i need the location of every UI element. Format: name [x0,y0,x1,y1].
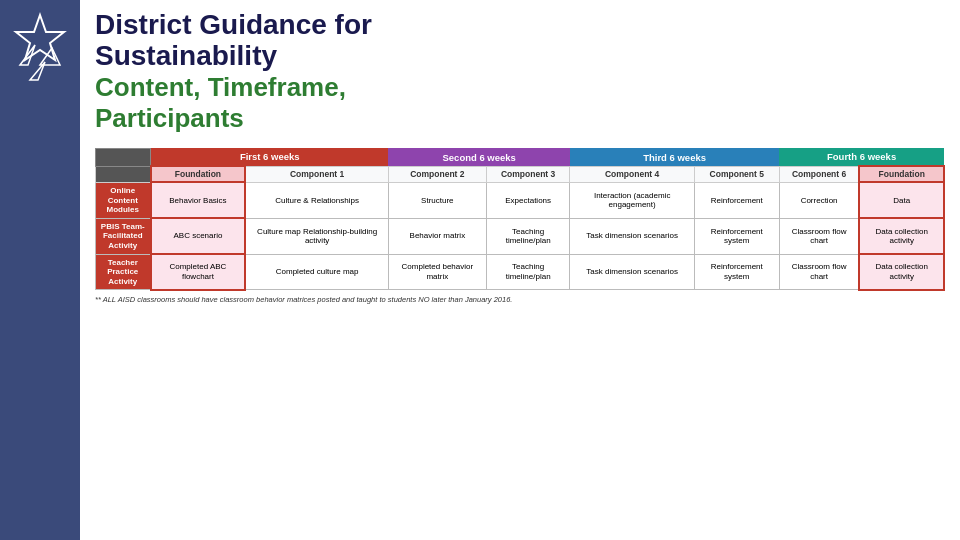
table-cell: ABC scenario [151,218,246,254]
component-header-row: Foundation Component 1 Component 2 Compo… [96,166,945,182]
table-cell: Culture map Relationship-building activi… [245,218,388,254]
title-line4: Participants [95,103,945,134]
table-cell: Structure [388,182,486,218]
table-container: First 6 weeks Second 6 weeks Third 6 wee… [95,148,945,532]
table-cell: Reinforcement [694,182,779,218]
table-cell: Classroom flow chart [779,218,859,254]
table-cell: Behavior Basics [151,182,246,218]
logo-icon [10,10,70,90]
row-label: Teacher Practice Activity [96,254,151,290]
table-cell: Data [859,182,944,218]
svg-marker-0 [16,15,64,60]
table-row: Teacher Practice ActivityCompleted ABC f… [96,254,945,290]
component-2-header: Component 2 [388,166,486,182]
component-6-header: Component 6 [779,166,859,182]
title-line2: Sustainability [95,41,945,72]
fourth-6-weeks-header: Fourth 6 weeks [779,148,944,166]
main-content: District Guidance for Sustainability Con… [80,0,960,540]
table-cell: Reinforcement system [694,218,779,254]
foundation-2-header: Foundation [859,166,944,182]
table-cell: Reinforcement system [694,254,779,290]
table-cell: Completed ABC flowchart [151,254,246,290]
empty-header [96,148,151,166]
table-cell: Teaching timeline/plan [486,254,570,290]
table-cell: Expectations [486,182,570,218]
table-cell: Interaction (academic engagement) [570,182,694,218]
title-line1: District Guidance for [95,10,945,41]
table-cell: Completed behavior matrix [388,254,486,290]
row-type-header [96,166,151,182]
main-table: First 6 weeks Second 6 weeks Third 6 wee… [95,148,945,291]
foundation-1-header: Foundation [151,166,246,182]
table-cell: Teaching timeline/plan [486,218,570,254]
table-cell: Culture & Relationships [245,182,388,218]
table-row: PBIS Team-Facilitated ActivityABC scenar… [96,218,945,254]
svg-marker-3 [30,62,45,80]
table-cell: Completed culture map [245,254,388,290]
table-cell: Behavior matrix [388,218,486,254]
logo [10,10,70,94]
table-cell: Task dimension scenarios [570,254,694,290]
second-6-weeks-header: Second 6 weeks [388,148,570,166]
third-6-weeks-header: Third 6 weeks [570,148,779,166]
row-label: Online Content Modules [96,182,151,218]
component-5-header: Component 5 [694,166,779,182]
title-line3: Content, Timeframe, [95,72,945,103]
table-body: Online Content ModulesBehavior BasicsCul… [96,182,945,289]
footer-note: ** ALL AISD classrooms should have class… [95,295,945,304]
table-cell: Correction [779,182,859,218]
first-6-weeks-header: First 6 weeks [151,148,389,166]
component-4-header: Component 4 [570,166,694,182]
component-1-header: Component 1 [245,166,388,182]
table-cell: Data collection activity [859,218,944,254]
table-cell: Data collection activity [859,254,944,290]
title-section: District Guidance for Sustainability Con… [95,10,945,140]
sidebar [0,0,80,540]
table-cell: Task dimension scenarios [570,218,694,254]
period-header-row: First 6 weeks Second 6 weeks Third 6 wee… [96,148,945,166]
row-label: PBIS Team-Facilitated Activity [96,218,151,254]
table-cell: Classroom flow chart [779,254,859,290]
table-row: Online Content ModulesBehavior BasicsCul… [96,182,945,218]
component-3-header: Component 3 [486,166,570,182]
